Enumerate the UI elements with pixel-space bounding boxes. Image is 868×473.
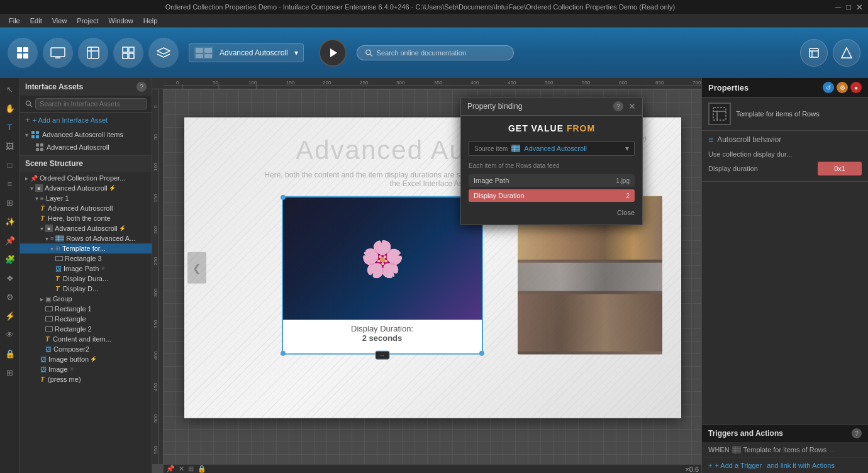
link-actions-btn[interactable]: and link it with Actions: [767, 462, 835, 469]
tree-item-rect[interactable]: Rectangle: [20, 314, 152, 324]
menu-view[interactable]: View: [47, 17, 72, 25]
close-btn[interactable]: ✕: [856, 3, 863, 12]
feed-row-imagepath[interactable]: Image Path 1.jpg: [469, 174, 635, 187]
svg-rect-34: [36, 148, 39, 151]
tree-item-autoscroll-main[interactable]: ▾ ■ Advanced Autoscroll ⚡: [20, 183, 152, 193]
close-dialog-btn[interactable]: Close: [469, 204, 635, 217]
tree-item-image[interactable]: 🖼 Image 👁: [20, 364, 152, 374]
asset-group-header[interactable]: ▾ Advanced Autoscroll items: [20, 128, 152, 141]
tree-item-rect1[interactable]: Rectangle 1: [20, 304, 152, 314]
tree-item-composer2[interactable]: 🖼 Composer2: [20, 344, 152, 354]
tree-item-imagepath[interactable]: 🖼 Image Path 👁: [20, 264, 152, 274]
props-btn-orange[interactable]: ⚙: [837, 82, 848, 93]
tree-item-imagebtn[interactable]: 🖼 Image button ⚡: [20, 354, 152, 364]
canvas-main-item[interactable]: ⊙ ✱ 🌸 Display Duration: 2 seconds: [282, 196, 483, 355]
tree-item-root[interactable]: ▸ 📌 Ordered Collection Proper...: [20, 173, 152, 183]
close-dialog-label[interactable]: Close: [617, 209, 635, 216]
add-trigger-btn[interactable]: + Add a Trigger: [715, 462, 762, 469]
toolbar-right-btn-2[interactable]: [833, 39, 860, 67]
sidebar-icon-select[interactable]: ↖: [1, 81, 19, 98]
maximize-btn[interactable]: □: [846, 3, 851, 12]
triggers-help-icon[interactable]: ?: [852, 428, 862, 438]
search-input[interactable]: [377, 49, 506, 57]
props-behavior-row[interactable]: ≡ Autoscroll behavior: [708, 135, 862, 145]
tree-expand-nested: ▾: [40, 225, 43, 232]
bottom-tool4[interactable]: 🔒: [198, 465, 206, 473]
svg-rect-9: [123, 47, 128, 52]
menu-window[interactable]: Window: [104, 17, 138, 25]
prop-binding-close-icon[interactable]: ✕: [628, 101, 636, 111]
layers-btn[interactable]: [148, 38, 179, 68]
canvas-hscroll[interactable]: 📌 ✕ ⊞ 🔒 ×0.6: [164, 464, 701, 473]
svg-rect-31: [36, 135, 39, 138]
screen-btn[interactable]: [43, 38, 73, 68]
svg-rect-28: [31, 131, 35, 134]
sidebar-icon-image[interactable]: 🖼: [1, 137, 19, 155]
svg-text:450: 450: [508, 80, 516, 86]
sidebar-icon-eye[interactable]: 👁: [1, 326, 19, 343]
prop-binding-body: GET VALUE FROM Source item Advanced Auto…: [461, 116, 642, 225]
assets-help-icon[interactable]: ?: [136, 82, 147, 92]
assets-header[interactable]: Interface Assets ?: [20, 78, 152, 96]
minimize-btn[interactable]: ─: [835, 3, 841, 12]
tree-item-displayd[interactable]: T Display D...: [20, 284, 152, 294]
scene-tree: ▸ 📌 Ordered Collection Proper... ▾ ■ Adv…: [20, 172, 152, 473]
tree-item-rows[interactable]: ▾ ≡ Rows of Advanced A...: [20, 233, 152, 243]
ruler-horizontal: 0 50 100 150 200 250 300 350 400 450 500…: [152, 78, 701, 89]
menu-help[interactable]: Help: [138, 17, 163, 25]
sidebar-icon-rect[interactable]: □: [1, 156, 19, 174]
canvas-center-handle[interactable]: ↔: [375, 351, 389, 360]
tree-item-text1[interactable]: T Advanced Autroscroll: [20, 203, 152, 213]
canvas-nav-prev[interactable]: ❮: [187, 252, 206, 284]
menu-file[interactable]: File: [4, 17, 25, 25]
sidebar-icon-pin[interactable]: 📌: [1, 231, 19, 249]
sidebar-icon-settings[interactable]: ⚙: [1, 288, 19, 306]
add-asset-btn[interactable]: + + Add an Interface Asset: [20, 113, 152, 127]
sidebar-icon-layers[interactable]: ≡: [1, 175, 19, 192]
bottom-tool3[interactable]: ⊞: [188, 465, 194, 473]
tree-item-rect2[interactable]: Rectangle 2: [20, 324, 152, 334]
asset-item-icon: [35, 143, 44, 152]
sidebar-icon-group[interactable]: ❖: [1, 269, 19, 287]
scene-btn[interactable]: [78, 38, 108, 68]
menu-edit[interactable]: Edit: [25, 17, 47, 25]
props-btn-red[interactable]: ●: [850, 82, 862, 93]
sidebar-icon-lock[interactable]: 🔒: [1, 345, 19, 362]
feed-row-displayduration[interactable]: Display Duration 2: [469, 189, 635, 202]
tree-item-autoscroll-nested[interactable]: ▾ ■ Advanced Autoscroll ⚡: [20, 223, 152, 233]
sidebar-icon-effects[interactable]: ✨: [1, 213, 19, 230]
bottom-pin-icon[interactable]: 📌: [166, 465, 175, 473]
tree-item-layer1[interactable]: ▾ ≡ Layer 1: [20, 193, 152, 203]
flower-emoji: 🌸: [360, 238, 404, 279]
source-item-dropdown[interactable]: ▾: [625, 144, 629, 153]
sidebar-icon-grid[interactable]: ⊞: [1, 364, 19, 381]
tree-item-template[interactable]: ▾ ⊞ Template for...: [20, 243, 152, 253]
menubar: File Edit View Project Window Help: [0, 14, 868, 28]
sidebar-icon-hand[interactable]: ✋: [1, 99, 19, 117]
experience-btn[interactable]: [8, 38, 38, 68]
sidebar-icon-asset[interactable]: ⊞: [1, 194, 19, 211]
display-duration-value[interactable]: 0x1: [818, 162, 862, 175]
asset-item-autoscroll[interactable]: Advanced Autoscroll: [20, 141, 152, 153]
zoom-level: ×0.6: [685, 465, 699, 473]
menu-project[interactable]: Project: [72, 17, 103, 25]
tree-item-group[interactable]: ▸ ▣ Group: [20, 294, 152, 304]
toolbar-right-btn-1[interactable]: [800, 39, 828, 67]
tree-label-rect2: Rectangle 2: [55, 325, 92, 333]
props-btn-blue[interactable]: ↺: [823, 82, 834, 93]
assets-btn[interactable]: [113, 38, 143, 68]
prop-binding-help[interactable]: ?: [613, 101, 623, 111]
bottom-cross-icon[interactable]: ✕: [179, 465, 184, 473]
scene-selector[interactable]: Advanced Autoscroll ▾: [189, 43, 304, 62]
play-btn[interactable]: [319, 39, 347, 67]
tree-item-rect3[interactable]: Rectangle 3: [20, 253, 152, 264]
sidebar-icon-flow[interactable]: ⚡: [1, 307, 19, 325]
tree-item-displaydura[interactable]: T Display Dura...: [20, 274, 152, 284]
tree-item-content[interactable]: T Content and item...: [20, 334, 152, 344]
assets-search-input[interactable]: [35, 98, 147, 109]
feed-label: Each item of the Rows data feed: [469, 162, 635, 169]
sidebar-icon-puzzle[interactable]: 🧩: [1, 250, 19, 268]
tree-item-text2[interactable]: T Here, both the conte: [20, 213, 152, 223]
tree-item-pressme[interactable]: T (press me): [20, 374, 152, 384]
sidebar-icon-text[interactable]: T: [1, 118, 19, 136]
